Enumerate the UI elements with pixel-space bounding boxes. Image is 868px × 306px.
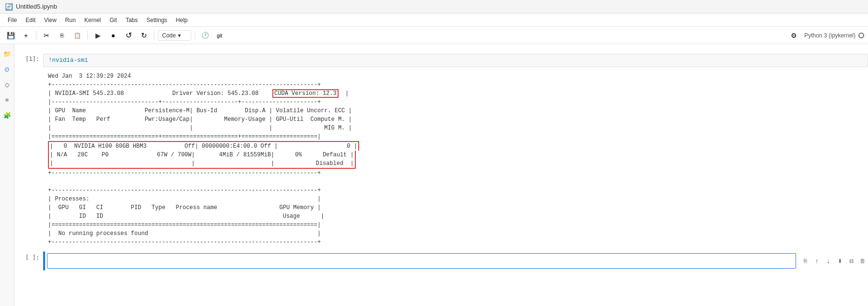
cell-type-dropdown[interactable]: Code ▾ [158,30,191,41]
output-gpu-row: | 0 NVIDIA H100 80GB HBM3 Off| 00000000:… [48,141,863,151]
output-processes-top: +---------------------------------------… [48,186,863,195]
format-button[interactable]: ⊟ [846,256,856,266]
empty-code-input[interactable] [47,253,796,269]
chevron-down-icon: ▾ [178,32,181,39]
output-processes-header2: | ID ID Usage | [48,212,863,221]
empty-cell-wrapper [43,251,796,271]
title-bar-icon: 🔄 [5,3,13,11]
sidebar-extensions-icon[interactable]: 🧩 [1,109,13,121]
notebook-area: [1]: !nvidia-smi Wed Jan 3 12:39:29 2024… [14,44,868,306]
copy-button[interactable]: ⎘ [55,29,69,42]
cell-type-label: Code [162,32,176,39]
menu-run[interactable]: Run [61,15,80,25]
toolbar-right: ⚙ Python 3 (ipykernel) [787,29,864,42]
gpu-row-highlight-mid: | N/A 28C P0 67W / 700W| 4MiB / 81559MiB… [48,151,356,159]
clock-button[interactable]: 🕐 [199,29,212,42]
output-blank [48,177,863,186]
menu-bar: File Edit View Run Kernel Git Tabs Setti… [0,13,868,27]
menu-file[interactable]: File [4,15,21,25]
code-input-1[interactable]: !nvidia-smi [43,54,868,67]
download-button[interactable]: ⬇ [834,256,845,266]
output-gpu-row2: | N/A 28C P0 67W / 700W| 4MiB / 81559MiB… [48,151,863,159]
toolbar-sep-4 [195,31,195,40]
output-line-top: +---------------------------------------… [48,81,863,89]
title-bar: 🔄 Untitled5.ipynb [0,0,868,13]
toolbar: 💾 + ✂ ⎘ 📋 ▶ ■ ↺ ↻ Code ▾ 🕐 git ⚙ Python … [0,27,868,44]
output-line-sep1: |-------------------------------+-------… [48,98,863,106]
add-cell-button[interactable]: + [19,29,33,42]
output-processes-header1: | GPU GI CI PID Type Process name GPU Me… [48,203,863,212]
sidebar-folder-icon[interactable]: 📁 [1,48,13,59]
move-down-button[interactable]: ↓ [823,256,833,266]
cut-button[interactable]: ✂ [40,29,53,42]
output-processes-label: | Processes: | [48,195,863,203]
restart-button[interactable]: ↺ [122,29,135,42]
empty-cell-number: [ ]: [14,251,43,271]
toolbar-sep-1 [36,31,36,40]
sidebar-git-icon[interactable]: ◇ [1,79,13,90]
stop-button[interactable]: ■ [106,29,120,42]
menu-git[interactable]: Git [106,15,121,25]
menu-settings[interactable]: Settings [142,15,171,25]
sidebar-toc-icon[interactable]: ≡ [1,94,13,106]
cell-actions: ⎘ ↑ ↓ ⬇ ⊟ 🗑 [800,251,868,271]
output-content-1: Wed Jan 3 12:39:29 2024 +---------------… [43,69,868,249]
menu-kernel[interactable]: Kernel [81,15,105,25]
cuda-version-highlight: CUDA Version: 12.3 [272,89,339,98]
output-line-header3: | | | MIG M. | [48,124,863,132]
output-text-1: Wed Jan 3 12:39:29 2024 +---------------… [43,69,868,249]
code-cell-1: [1]: !nvidia-smi [14,54,868,67]
cell-number-1: [1]: [14,54,43,67]
restart-run-button[interactable]: ↻ [137,29,151,42]
sidebar-running-icon[interactable]: ⊙ [1,63,13,75]
output-processes-bottom: +---------------------------------------… [48,238,863,247]
cell-content-1: !nvidia-smi [43,54,868,67]
menu-help[interactable]: Help [172,15,192,25]
empty-code-cell: [ ]: ⎘ ↑ ↓ ⬇ ⊟ 🗑 [14,251,868,271]
toolbar-sep-2 [87,31,88,40]
gpu-row-highlight-top: | 0 NVIDIA H100 80GB HBM3 Off| 00000000:… [48,141,359,151]
kernel-info: Python 3 (ipykernel) [804,32,864,39]
output-processes-none: | No running processes found | [48,229,863,238]
menu-tabs[interactable]: Tabs [122,15,141,25]
gpu-row-highlight-bot: | | | Disabled | [48,159,356,169]
output-line-sep2: |===============================+=======… [48,132,863,141]
kernel-name: Python 3 (ipykernel) [804,32,856,39]
sidebar: 📁 ⊙ ◇ ≡ 🧩 [0,44,14,306]
menu-view[interactable]: View [40,15,60,25]
settings-icon[interactable]: ⚙ [787,29,800,42]
main-layout: 📁 ⊙ ◇ ≡ 🧩 [1]: !nvidia-smi Wed Jan 3 12:… [0,44,868,306]
copy-cell-button[interactable]: ⎘ [800,256,810,266]
output-gpu-row3: | | | Disabled | [48,159,863,169]
output-number-spacer [14,69,43,249]
paste-button[interactable]: 📋 [70,29,84,42]
menu-edit[interactable]: Edit [22,15,39,25]
output-line-nvidia: | NVIDIA-SMI 545.23.08 Driver Version: 5… [48,89,863,98]
output-line-header2: | Fan Temp Perf Pwr:Usage/Cap| Memory-Us… [48,115,863,124]
kernel-status-icon [858,33,864,38]
output-line-header1: | GPU Name Persistence-M| Bus-Id Disp.A … [48,106,863,115]
active-cell-indicator [43,251,45,271]
output-cell-1: Wed Jan 3 12:39:29 2024 +---------------… [14,69,868,249]
output-line-date: Wed Jan 3 12:39:29 2024 [48,72,863,81]
output-processes-sep: |=======================================… [48,221,863,229]
git-button[interactable]: git [214,29,225,42]
code-text-1: !nvidia-smi [48,57,88,64]
title-bar-title: Untitled5.ipynb [16,3,57,10]
output-line-bottom: +---------------------------------------… [48,169,863,177]
toolbar-sep-3 [154,31,154,40]
move-up-button[interactable]: ↑ [811,256,822,266]
save-button[interactable]: 💾 [4,29,17,42]
run-button[interactable]: ▶ [91,29,105,42]
delete-button[interactable]: 🗑 [857,256,868,266]
